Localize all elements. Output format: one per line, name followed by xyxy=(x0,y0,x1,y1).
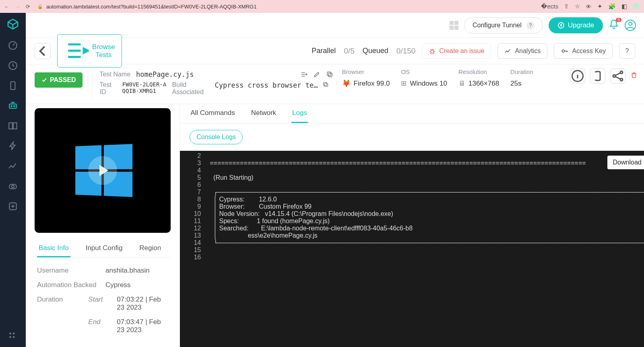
add-icon[interactable] xyxy=(8,201,18,211)
video-player[interactable] xyxy=(35,108,171,233)
firefox-icon: 🦊 xyxy=(342,78,351,89)
url-bar[interactable]: 🔒 automation.lambdatest.com/test?build=1… xyxy=(36,4,535,10)
device-icon[interactable] xyxy=(8,80,18,91)
history-icon[interactable] xyxy=(8,60,18,71)
link-icon[interactable] xyxy=(590,68,605,84)
analytics-icon[interactable] xyxy=(8,161,18,171)
help-label: ? xyxy=(625,47,629,55)
monitor-icon: 🖥 xyxy=(458,78,465,89)
profile-avatar-icon[interactable] xyxy=(625,20,636,31)
console-logs-label: Console Logs xyxy=(196,133,236,140)
share-icon[interactable]: ⇧ xyxy=(564,3,569,10)
realtime-icon[interactable] xyxy=(8,121,18,131)
svg-point-11 xyxy=(9,333,11,335)
analytics-label: Analytics xyxy=(515,47,541,55)
info-tabs: Basic Info Input Config Region xyxy=(35,238,171,258)
backed-value: Cypress xyxy=(105,281,130,289)
window-icon[interactable]: ◧ xyxy=(621,3,627,10)
tab-all-commands[interactable]: All Commands xyxy=(190,104,236,123)
more-apps-icon[interactable] xyxy=(8,331,18,341)
status-label: PASSED xyxy=(50,76,76,84)
browser-back-icon[interactable]: ← xyxy=(4,4,9,10)
copy-icon[interactable] xyxy=(326,70,333,79)
console-line: 8 │ Cypress: 12.6.0 xyxy=(180,196,644,203)
browser-forward-icon[interactable]: → xyxy=(15,4,20,10)
create-issue-label: Create an issue xyxy=(439,47,484,55)
edit-icon[interactable] xyxy=(313,70,320,79)
browser-chrome: ← → ⟳ 🔒 automation.lambdatest.com/test?b… xyxy=(0,0,644,13)
console-line: 15 xyxy=(180,246,644,254)
integrations-icon[interactable] xyxy=(8,181,18,191)
console-line: 3=======================================… xyxy=(180,160,644,167)
eye-icon[interactable]: 👁 xyxy=(586,3,592,10)
performance-icon[interactable] xyxy=(8,141,18,151)
share-test-icon[interactable] xyxy=(610,68,625,84)
info-table: Username anshita.bhasin Automation Backe… xyxy=(35,258,171,343)
download-label: Download xyxy=(613,159,642,166)
tab-basic-info[interactable]: Basic Info xyxy=(37,240,70,257)
browser-avatar-icon[interactable] xyxy=(633,3,640,10)
qr-icon[interactable]: �ects xyxy=(541,3,558,10)
copy-build-icon[interactable] xyxy=(322,81,329,89)
console-logs-button[interactable]: Console Logs xyxy=(190,130,243,144)
os-value: Windows 10 xyxy=(410,78,447,89)
lambdatest-logo-icon[interactable] xyxy=(6,18,19,31)
duration-value: 25s xyxy=(510,78,521,89)
help-button[interactable]: ? xyxy=(619,43,635,59)
play-button-icon[interactable] xyxy=(88,156,117,185)
grid-menu-icon[interactable] xyxy=(450,21,458,30)
create-issue-button[interactable]: Create an issue xyxy=(422,43,491,59)
browser-value: Firefox 99.0 xyxy=(354,78,390,89)
build-label: Build Associated xyxy=(172,81,210,96)
svg-point-13 xyxy=(9,336,11,338)
tab-input-config[interactable]: Input Config xyxy=(84,240,124,257)
console-output: Download 23=============================… xyxy=(180,151,644,347)
status-badge: PASSED xyxy=(35,72,83,88)
tunnel-help-icon[interactable]: ? xyxy=(526,21,535,29)
svg-point-17 xyxy=(431,50,434,53)
browser-label: Browser xyxy=(342,68,390,75)
console-line: 11 │ Specs: 1 found (homePage.cy.js) xyxy=(180,218,644,225)
svg-rect-21 xyxy=(325,83,328,86)
console-line: 13 │ ess\e2e\homePage.cy.js xyxy=(180,232,644,239)
svg-rect-2 xyxy=(11,82,15,90)
console-line: 5 (Run Starting) xyxy=(180,174,644,181)
back-button[interactable] xyxy=(35,43,51,59)
svg-rect-19 xyxy=(328,73,332,77)
configure-tunnel-button[interactable]: Configure Tunnel ? xyxy=(464,17,543,33)
duration-label: Duration xyxy=(510,68,551,75)
resolution-value: 1366×768 xyxy=(469,78,499,89)
url-text: automation.lambdatest.com/test?build=115… xyxy=(46,4,256,10)
svg-point-9 xyxy=(12,185,14,188)
parallel-value: 0/5 xyxy=(344,47,354,55)
delete-icon[interactable] xyxy=(630,72,638,80)
build-value: Cypress cross browser te… xyxy=(215,81,318,89)
svg-point-16 xyxy=(629,22,632,25)
access-key-label: Access Key xyxy=(572,47,606,55)
upgrade-button[interactable]: Upgrade xyxy=(549,17,603,33)
dashboard-icon[interactable] xyxy=(8,40,18,51)
svg-point-4 xyxy=(11,106,12,107)
tab-region[interactable]: Region xyxy=(138,240,163,257)
dur-label: Duration xyxy=(37,296,88,304)
svg-rect-20 xyxy=(327,72,331,76)
tab-logs[interactable]: Logs xyxy=(291,104,308,123)
browser-reload-icon[interactable]: ⟳ xyxy=(26,4,30,10)
notifications-icon[interactable]: 5 xyxy=(609,19,619,31)
test-details-header: PASSED Test Name homePage.cy.js xyxy=(26,64,644,104)
extension-icon[interactable]: ✦ xyxy=(597,3,603,10)
download-button[interactable]: Download xyxy=(607,156,644,169)
info-icon[interactable] xyxy=(570,68,585,84)
svg-point-24 xyxy=(613,75,615,77)
test-name-value: homePage.cy.js xyxy=(136,70,194,78)
tab-network[interactable]: Network xyxy=(250,104,277,123)
access-key-button[interactable]: Access Key xyxy=(554,43,613,59)
browse-tests-button[interactable]: Browse Tests xyxy=(57,34,122,67)
console-line: 10 │ Node Version: v14.15.4 (C:\Program … xyxy=(180,210,644,218)
star-icon[interactable]: ☆ xyxy=(575,3,580,10)
queued-value: 0/150 xyxy=(396,47,416,55)
automation-icon[interactable] xyxy=(8,101,18,111)
puzzle-icon[interactable]: 🧩 xyxy=(608,3,616,10)
analytics-button[interactable]: Analytics xyxy=(497,43,547,59)
list-icon[interactable] xyxy=(300,70,308,79)
